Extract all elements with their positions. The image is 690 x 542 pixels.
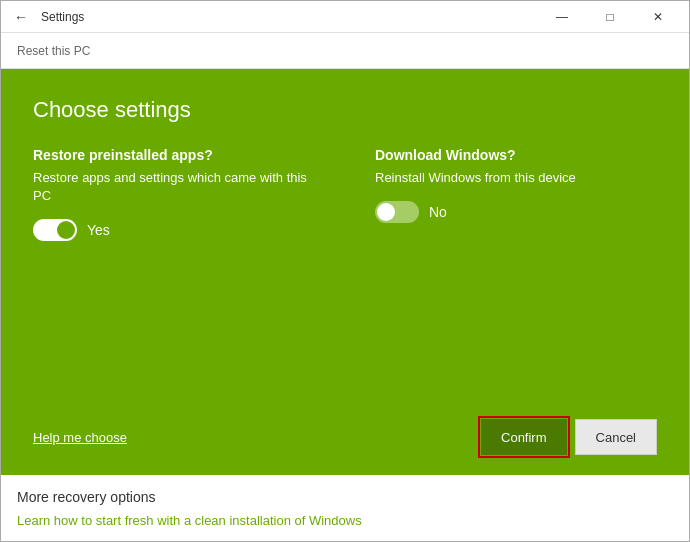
breadcrumb-bar: Reset this PC	[1, 33, 689, 69]
window-controls: — □ ✕	[539, 1, 681, 33]
download-toggle-knob	[377, 203, 395, 221]
maximize-button[interactable]: □	[587, 1, 633, 33]
panel-title: Choose settings	[33, 97, 657, 123]
restore-description: Restore apps and settings which came wit…	[33, 169, 315, 205]
download-toggle[interactable]	[375, 201, 419, 223]
settings-panel: Choose settings Restore preinstalled app…	[1, 69, 689, 475]
bottom-section: More recovery options Learn how to start…	[1, 475, 689, 541]
title-bar: ← Settings — □ ✕	[1, 1, 689, 33]
back-button[interactable]: ←	[9, 5, 33, 29]
help-link[interactable]: Help me choose	[33, 430, 127, 445]
restore-toggle[interactable]	[33, 219, 77, 241]
minimize-button[interactable]: —	[539, 1, 585, 33]
download-toggle-row: No	[375, 201, 657, 223]
confirm-button[interactable]: Confirm	[481, 419, 567, 455]
download-description: Reinstall Windows from this device	[375, 169, 657, 187]
settings-grid: Restore preinstalled apps? Restore apps …	[33, 147, 657, 241]
download-label: Download Windows?	[375, 147, 657, 163]
window: ← Settings — □ ✕ Reset this PC Choose se…	[0, 0, 690, 542]
close-button[interactable]: ✕	[635, 1, 681, 33]
download-toggle-value: No	[429, 204, 447, 220]
download-setting: Download Windows? Reinstall Windows from…	[375, 147, 657, 241]
action-bar: Help me choose Confirm Cancel	[33, 407, 657, 455]
window-title: Settings	[41, 10, 539, 24]
restore-label: Restore preinstalled apps?	[33, 147, 315, 163]
button-group: Confirm Cancel	[481, 419, 657, 455]
cancel-button[interactable]: Cancel	[575, 419, 657, 455]
recovery-link[interactable]: Learn how to start fresh with a clean in…	[17, 513, 362, 528]
restore-toggle-knob	[57, 221, 75, 239]
restore-toggle-value: Yes	[87, 222, 110, 238]
content-area: Choose settings Restore preinstalled app…	[1, 69, 689, 541]
more-recovery-title: More recovery options	[17, 489, 673, 505]
restore-toggle-row: Yes	[33, 219, 315, 241]
breadcrumb: Reset this PC	[17, 44, 90, 58]
restore-setting: Restore preinstalled apps? Restore apps …	[33, 147, 315, 241]
